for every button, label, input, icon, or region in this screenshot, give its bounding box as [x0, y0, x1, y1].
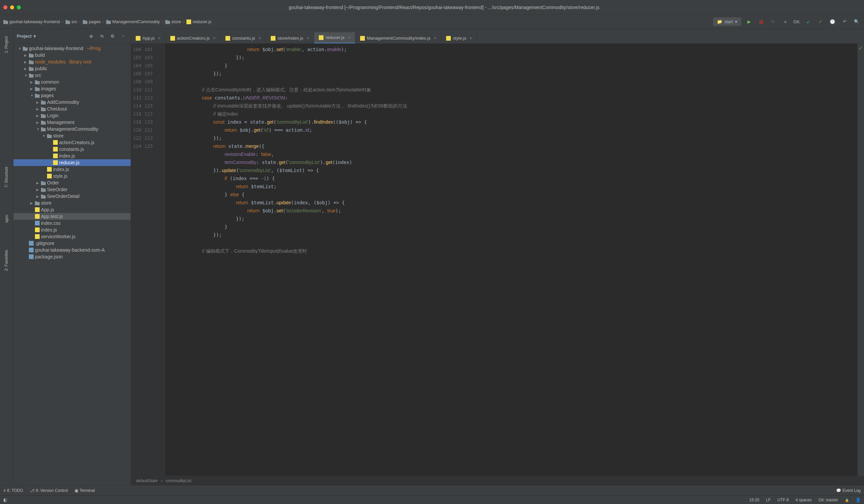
tool-project-button[interactable]: 1: Project: [4, 36, 9, 53]
inspection-ok-icon[interactable]: ✓: [859, 45, 863, 51]
vcs-commit-button[interactable]: ✓: [816, 18, 824, 26]
tree-item--gitignore[interactable]: .gitignore: [13, 240, 131, 247]
editor-tab-app-js[interactable]: App.js×: [131, 33, 166, 43]
folder-icon: [65, 20, 70, 24]
editor-tab-store-index-js[interactable]: store/index.js×: [266, 33, 314, 43]
tree-item-order[interactable]: ▶ Order: [13, 179, 131, 186]
tree-item-build[interactable]: ▶ build: [13, 52, 131, 59]
maximize-window-button[interactable]: [17, 5, 21, 9]
tree-item-gouhai-takeaway-frontend[interactable]: ▼ gouhai-takeaway-frontend ~/Prog: [13, 45, 131, 52]
tree-item-store[interactable]: ▶ store: [13, 200, 131, 206]
tree-item-reducer-js[interactable]: reducer.js: [13, 159, 131, 166]
close-tab-icon[interactable]: ×: [470, 36, 472, 41]
tool-structure-button[interactable]: 7: Structure: [4, 167, 9, 188]
folder-icon: [41, 100, 46, 105]
line-separator[interactable]: LF: [766, 497, 771, 502]
js-file-icon: [170, 36, 175, 41]
project-panel-title[interactable]: Project ▾: [17, 34, 87, 39]
debug-button[interactable]: 🐞: [757, 18, 765, 26]
tree-item-index-js[interactable]: index.js: [13, 166, 131, 173]
tree-item-app-js[interactable]: App.js: [13, 206, 131, 213]
tree-item-managementcommodity[interactable]: ▼ ManagementCommodity: [13, 126, 131, 132]
breadcrumb-item[interactable]: ManagementCommodity: [106, 19, 160, 24]
file-encoding[interactable]: UTF-8: [777, 497, 789, 502]
settings-button[interactable]: ⚙: [108, 32, 117, 40]
tree-item-index-js[interactable]: index.js: [13, 227, 131, 233]
minimize-window-button[interactable]: [10, 5, 14, 9]
tree-item-src[interactable]: ▼ src: [13, 72, 131, 79]
editor-tab-style-js[interactable]: style.js×: [441, 33, 477, 43]
tree-item-app-test-js[interactable]: App.test.js: [13, 213, 131, 220]
tree-item-index-css[interactable]: index.css: [13, 220, 131, 227]
inspector-icon[interactable]: 👤: [856, 497, 861, 502]
close-tab-icon[interactable]: ×: [348, 35, 351, 40]
tree-item-common[interactable]: ▶ common: [13, 79, 131, 85]
editor-tab-managementcommodity-index-js[interactable]: ManagementCommodity/index.js×: [356, 33, 441, 43]
close-window-button[interactable]: [3, 5, 8, 9]
breadcrumb-item[interactable]: gouhai-takeaway-frontend: [3, 19, 60, 24]
version-control-tool-button[interactable]: ⎇ 9: Version Control: [30, 488, 68, 493]
close-tab-icon[interactable]: ×: [213, 36, 216, 41]
event-log-button[interactable]: 💬 Event Log: [836, 488, 861, 493]
editor-tab-actioncreators-js[interactable]: actionCreators.js×: [166, 33, 221, 43]
terminal-tool-button[interactable]: ▣ Terminal: [75, 488, 95, 493]
code-editor[interactable]: return $obj.set('enable', action.enable)…: [165, 44, 857, 476]
todo-tool-button[interactable]: ≡ 6: TODO: [3, 488, 23, 493]
close-tab-icon[interactable]: ×: [158, 36, 160, 41]
search-everywhere-button[interactable]: 🔍: [853, 18, 861, 26]
tree-item-seeorder[interactable]: ▶ SeeOrder: [13, 186, 131, 193]
indent-settings[interactable]: 4 spaces: [795, 497, 812, 502]
project-tree[interactable]: ▼ gouhai-takeaway-frontend ~/Prog▶ build…: [13, 44, 131, 485]
run-with-coverage-button[interactable]: ↻: [769, 18, 777, 26]
tree-item-seeorderdetail[interactable]: ▶ SeeOrderDetail: [13, 193, 131, 200]
tree-item-images[interactable]: ▶ images: [13, 85, 131, 92]
tree-item-addcommodity[interactable]: ▶ AddCommodity: [13, 99, 131, 106]
run-button[interactable]: ▶: [745, 18, 753, 26]
navigation-bar: gouhai-takeaway-frontend› src› pages› Ma…: [0, 15, 864, 29]
vcs-revert-button[interactable]: ↶: [840, 18, 849, 26]
run-configuration-selector[interactable]: 📁 start ▾: [713, 17, 741, 26]
breadcrumb-item[interactable]: store: [165, 19, 181, 24]
tree-item-store[interactable]: ▼ store: [13, 132, 131, 139]
close-tab-icon[interactable]: ×: [434, 36, 437, 41]
line-number-gutter[interactable]: 100 101 102 103 104 105 106 107 108 109 …: [131, 44, 158, 476]
tool-favorites-button[interactable]: 2: Favorites: [4, 250, 9, 271]
tool-npm-button[interactable]: npm: [4, 215, 9, 223]
lock-icon[interactable]: [845, 497, 849, 502]
tree-item-serviceworker-js[interactable]: serviceWorker.js: [13, 233, 131, 240]
editor-tab-constants-js[interactable]: constants.js×: [221, 33, 266, 43]
breadcrumb-item[interactable]: defaultState: [136, 479, 158, 483]
folder-icon: [35, 86, 40, 91]
stop-button[interactable]: ■: [781, 18, 789, 26]
tree-item-login[interactable]: ▶ Login: [13, 112, 131, 119]
close-tab-icon[interactable]: ×: [259, 36, 261, 41]
collapse-button[interactable]: −: [119, 32, 127, 40]
editor-tab-reducer-js[interactable]: reducer.js×: [314, 32, 356, 43]
tree-item-package-json[interactable]: package.json: [13, 253, 131, 260]
tree-item-management[interactable]: ▶ Management: [13, 119, 131, 126]
tree-item-node-modules[interactable]: ▶ node_modules library root: [13, 59, 131, 65]
tree-item-actioncreators-js[interactable]: actionCreators.js: [13, 139, 131, 146]
tree-item-gouhai-takeaway-backend-ssm-a[interactable]: gouhai-takeaway-backend-ssm-A: [13, 247, 131, 253]
chevron-right-icon: ›: [162, 19, 163, 24]
tree-item-checkout[interactable]: ▶ Checkout: [13, 106, 131, 112]
fold-gutter[interactable]: [158, 44, 165, 476]
cursor-position[interactable]: 15:20: [749, 497, 759, 502]
tree-item-public[interactable]: ▶ public: [13, 65, 131, 72]
vcs-history-button[interactable]: 🕓: [828, 18, 837, 26]
locate-file-button[interactable]: ⊕: [87, 32, 95, 40]
tree-item-style-js[interactable]: style.js: [13, 173, 131, 179]
breadcrumb-item[interactable]: src: [65, 19, 77, 24]
tree-item-constants-js[interactable]: constants.js: [13, 146, 131, 153]
vcs-update-button[interactable]: ↙: [804, 18, 812, 26]
breadcrumb-item[interactable]: commodityList: [166, 479, 191, 483]
tree-item-index-js[interactable]: index.js: [13, 153, 131, 159]
git-branch[interactable]: Git: master: [818, 497, 838, 502]
breadcrumb-item[interactable]: pages: [83, 19, 100, 24]
close-tab-icon[interactable]: ×: [307, 36, 309, 41]
tool-window-quick-access-icon[interactable]: ◧: [3, 497, 7, 502]
js-file-icon: [53, 147, 58, 152]
expand-all-button[interactable]: ⇆: [98, 32, 106, 40]
tree-item-pages[interactable]: ▼ pages: [13, 92, 131, 99]
breadcrumb-item[interactable]: reducer.js: [187, 19, 211, 24]
